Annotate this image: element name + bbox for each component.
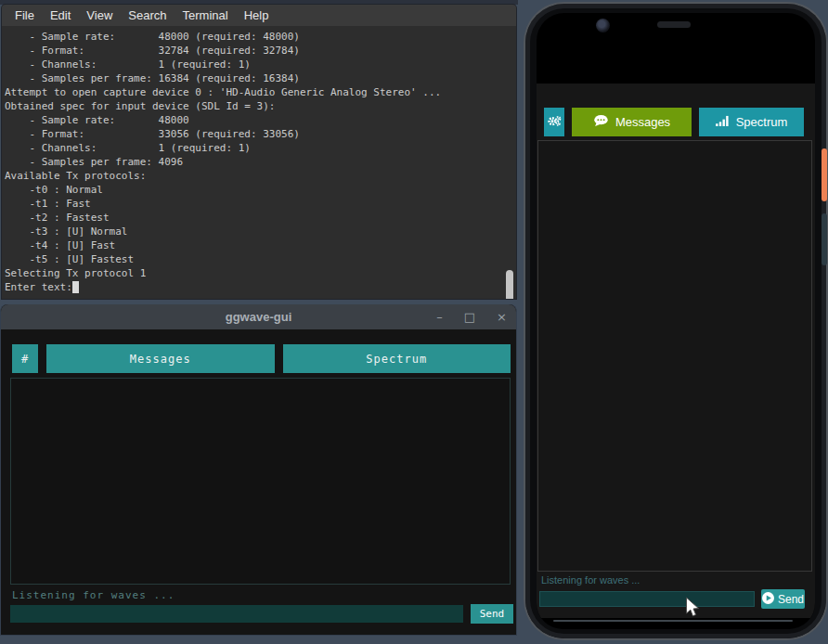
terminal-window: File Edit View Search Terminal Help - Sa…: [2, 5, 516, 299]
messages-panel: [537, 140, 812, 572]
home-indicator: [553, 620, 793, 622]
tab-spectrum[interactable]: Spectrum: [283, 344, 511, 373]
message-input[interactable]: [539, 591, 755, 607]
settings-hash-button[interactable]: #: [12, 344, 38, 373]
desktop: File Edit View Search Terminal Help - Sa…: [0, 0, 828, 644]
terminal-scrollbar-thumb[interactable]: [506, 270, 513, 299]
terminal-menubar: File Edit View Search Terminal Help: [2, 5, 516, 26]
earpiece-speaker: [657, 21, 691, 28]
tab-spectrum[interactable]: Spectrum: [699, 108, 804, 136]
window-title: ggwave-gui: [226, 310, 292, 324]
message-input[interactable]: [10, 605, 463, 623]
tab-messages[interactable]: Messages: [572, 108, 692, 136]
power-button[interactable]: [822, 148, 827, 201]
phone-ggwave-app: Messages Spectrum Listening for waves: [537, 84, 815, 618]
mouse-cursor-icon: [685, 597, 703, 624]
window-controls: – □ ×: [436, 304, 507, 329]
menu-terminal[interactable]: Terminal: [183, 8, 228, 22]
status-text: Listening for waves ...: [541, 574, 640, 586]
menu-search[interactable]: Search: [128, 8, 166, 22]
tab-messages[interactable]: Messages: [46, 344, 275, 373]
tab-label: Spectrum: [736, 115, 788, 129]
menu-edit[interactable]: Edit: [50, 8, 71, 22]
menu-file[interactable]: File: [15, 8, 34, 22]
signal-bars-icon: [716, 115, 730, 129]
send-play-icon: [762, 592, 774, 607]
ggwave-gui-window: ggwave-gui – □ × # Messages Spectrum Lis…: [0, 304, 517, 636]
menu-view[interactable]: View: [86, 8, 112, 22]
terminal-output: - Sample rate: 48000 (required: 48000) -…: [5, 30, 516, 280]
phone-device: Messages Spectrum Listening for waves: [525, 4, 826, 638]
ggwave-toolbar: # Messages Spectrum: [12, 344, 511, 373]
ggwave-titlebar[interactable]: ggwave-gui – □ ×: [1, 304, 516, 329]
send-button[interactable]: Send: [761, 589, 805, 609]
menu-help[interactable]: Help: [244, 8, 269, 22]
settings-button[interactable]: [544, 108, 564, 136]
minimize-button[interactable]: –: [436, 310, 443, 324]
front-camera: [596, 19, 610, 32]
volume-button[interactable]: [822, 213, 827, 265]
phone-screen: Messages Spectrum Listening for waves: [537, 13, 815, 629]
tab-label: Messages: [615, 115, 670, 129]
maximize-button[interactable]: □: [464, 310, 475, 324]
terminal-text-cursor: [72, 281, 79, 293]
chat-bubble-icon: [593, 114, 609, 130]
send-button[interactable]: Send: [471, 604, 513, 624]
terminal-output-area[interactable]: - Sample rate: 48000 (required: 48000) -…: [2, 26, 516, 299]
close-button[interactable]: ×: [497, 310, 507, 324]
messages-panel: [10, 378, 511, 585]
gears-icon: [547, 114, 562, 130]
status-text: Listening for waves ...: [12, 589, 175, 601]
terminal-prompt: Enter text:: [5, 280, 72, 294]
send-label: Send: [778, 593, 804, 606]
